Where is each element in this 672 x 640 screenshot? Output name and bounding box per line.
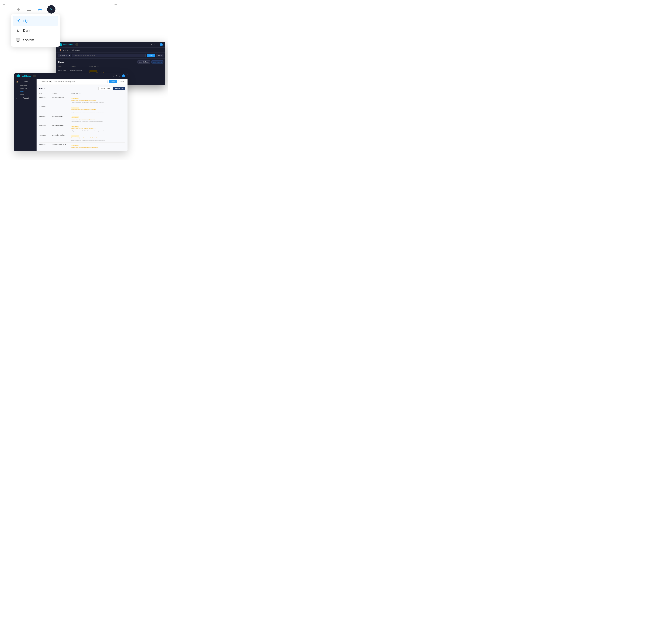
light-notice-link-2[interactable]: Defacement http://sad.cobiene.mil.pe/bac… xyxy=(71,109,126,110)
dark-home-icon: 🏠 xyxy=(59,49,61,51)
light-row-notice-2: defacement Defacement http://sad.cobiene… xyxy=(71,106,126,113)
corner-decoration-tr xyxy=(115,4,117,7)
table-row: Dec 07 2022 jae.cobiene.mil.pe defacemen… xyxy=(39,114,126,124)
light-notice-link-6[interactable]: Defacement http://catalogo.cobiene.mil.p… xyxy=(71,147,126,148)
svg-point-4 xyxy=(39,9,41,10)
dark-menu-icon[interactable]: ≡ xyxy=(154,43,155,46)
light-search-button[interactable]: Search xyxy=(109,80,117,83)
light-table-title: Hacks xyxy=(39,87,45,90)
dark-back-btn[interactable]: ‹ xyxy=(75,43,78,46)
theme-light-label: Light xyxy=(23,19,30,23)
theme-dark-label: Dark xyxy=(23,29,30,32)
dark-table-columns: Date Domain Hack Notice xyxy=(58,65,163,68)
dark-source-select[interactable]: Source: all xyxy=(58,54,71,57)
light-menu-icon[interactable]: ≡ xyxy=(116,75,117,77)
light-search-input[interactable] xyxy=(53,80,107,83)
dark-col-notice: Hack Notice xyxy=(89,66,163,67)
sidebar-item-hacks[interactable]: • Hacks xyxy=(17,90,36,92)
svg-line-12 xyxy=(39,11,39,11)
sidebar-subnav: • Dashboard • Awareness • Hacks • Leaks xyxy=(14,84,36,96)
svg-line-27 xyxy=(17,22,17,23)
bars-icon-btn[interactable] xyxy=(26,6,33,13)
light-row-domain-3: jae.cobiene.mil.pe xyxy=(52,116,71,122)
light-notice-link-5[interactable]: Defacement http://cmsts.cobiene.mil.pe/b… xyxy=(71,137,126,139)
svg-line-24 xyxy=(17,19,17,20)
light-hacknotice-logo: HackNotice xyxy=(17,74,31,77)
light-view-hackers-button[interactable]: View hackers xyxy=(113,87,126,90)
dark-table-title: Hacks xyxy=(58,61,64,63)
personal-icon: ◆ xyxy=(16,97,17,99)
light-notice-desc-4: Alleged defacement of website: http://ja… xyxy=(71,130,104,132)
dark-table-actions: Submit a hack View hackers xyxy=(137,60,163,63)
light-mode-screenshot: HackNotice ‹ ⤢ ≡ ☼ U 🏠 Home ∧ xyxy=(14,73,128,151)
light-row-date-5: Dec 07 2022 xyxy=(39,134,52,141)
theme-system-label: System xyxy=(23,38,34,42)
home-icon: 🏠 xyxy=(16,81,18,83)
sidebar-home-label: Home xyxy=(24,81,28,83)
sidebar-personal-label: Personal xyxy=(23,97,29,99)
dark-nav-home[interactable]: 🏠 Home ∨ xyxy=(58,48,69,52)
table-row: Dec 07 2022 catalogo.cobiene.mil.pe defa… xyxy=(39,143,126,149)
sidebar-item-personal[interactable]: ◆ Personal ∨ xyxy=(14,96,36,100)
light-notice-desc-5: Alleged defacement of website: http://cm… xyxy=(71,140,105,141)
light-row-date-2: Dec 07 2022 xyxy=(39,106,52,113)
svg-line-9 xyxy=(39,8,39,8)
dark-view-hackers-button[interactable]: View hackers xyxy=(151,60,163,63)
sidebar-item-leaks[interactable]: • Leaks xyxy=(17,92,36,96)
light-badge-4: defacement xyxy=(71,126,79,128)
light-table-columns: Date Domain Hack Notice xyxy=(39,92,126,95)
light-col-date: Date xyxy=(39,92,52,94)
light-submit-hack-button[interactable]: Submit a hack xyxy=(99,87,112,90)
light-reset-button[interactable]: Reset xyxy=(118,80,126,83)
light-row-notice-6: defacement Defacement http://catalogo.co… xyxy=(71,144,126,148)
dark-search-bar: Source: all Search Reset xyxy=(56,53,165,59)
svg-line-10 xyxy=(41,11,42,11)
light-row-notice-5: defacement Defacement http://cmsts.cobie… xyxy=(71,134,126,141)
table-row: Dec 07 2022 sad.cobiene.mil.pe defacemen… xyxy=(39,105,126,114)
light-user-avatar[interactable]: U xyxy=(122,74,125,77)
diamond-icon-btn[interactable] xyxy=(15,6,22,13)
theme-option-light[interactable]: Light xyxy=(13,16,58,26)
dark-app-header: HackNotice ‹ ⤢ ≡ ☽ U xyxy=(56,42,165,47)
dark-search-button[interactable]: Search xyxy=(147,54,155,57)
svg-point-14 xyxy=(50,8,51,9)
dark-submit-hack-button[interactable]: Submit a hack xyxy=(137,60,150,63)
dark-personal-icon: ◆ xyxy=(72,49,73,51)
light-notice-desc-2: Alleged defacement of website: http://sa… xyxy=(71,112,104,113)
light-app-header: HackNotice ‹ ⤢ ≡ ☼ U xyxy=(14,73,128,79)
svg-point-18 xyxy=(52,9,52,9)
theme-option-system[interactable]: System xyxy=(13,35,58,45)
moon-dark-icon-btn[interactable] xyxy=(47,5,56,14)
light-row-date-3: Dec 07 2022 xyxy=(39,116,52,122)
theme-option-dark[interactable]: Dark xyxy=(13,26,58,35)
dark-personal-label: Personal xyxy=(73,49,80,51)
light-back-btn[interactable]: ‹ xyxy=(33,75,36,77)
light-theme-icon[interactable]: ☼ xyxy=(119,75,121,77)
corner-decoration-bl xyxy=(3,148,5,151)
dark-reset-button[interactable]: Reset xyxy=(156,54,163,57)
light-row-notice-1: defacement Defacement http://saed.cobien… xyxy=(71,97,126,104)
light-table-actions: Submit a hack View hackers xyxy=(99,87,126,90)
light-notice-desc-1: Alleged defacement of website: http://sa… xyxy=(71,102,104,103)
sun-icon xyxy=(15,18,21,24)
sun-icon-btn[interactable] xyxy=(36,6,44,13)
svg-rect-3 xyxy=(27,10,31,11)
light-row-notice-3: defacement Defacement http://jae.cobiene… xyxy=(71,116,126,122)
light-expand-icon[interactable]: ⤢ xyxy=(113,75,115,77)
sidebar-item-home[interactable]: 🏠 Home ∧ xyxy=(14,80,36,84)
light-notice-link-4[interactable]: Defacement http://jaec.cobiene.mil.pe/ba… xyxy=(71,128,126,129)
sidebar-item-dashboard[interactable]: • Dashboard xyxy=(17,84,36,87)
dark-search-input[interactable] xyxy=(72,54,146,57)
dark-user-avatar[interactable]: U xyxy=(160,43,163,46)
svg-point-17 xyxy=(51,9,51,9)
dark-nav-personal[interactable]: ◆ Personal ∨ xyxy=(70,48,83,52)
light-notice-link-1[interactable]: Defacement http://saed.cobiene.mil.pe/ba… xyxy=(71,100,126,101)
light-source-select[interactable]: Source: all xyxy=(39,80,52,83)
dark-theme-icon[interactable]: ☽ xyxy=(157,43,158,46)
light-notice-link-3[interactable]: Defacement http://jae.cobiene.mil.pe/bac… xyxy=(71,118,126,120)
dark-nav-bar: 🏠 Home ∨ ◆ Personal ∨ xyxy=(56,47,165,53)
light-table-section: Hacks Submit a hack View hackers Date Do… xyxy=(36,85,128,151)
dark-expand-icon[interactable]: ⤢ xyxy=(150,43,152,46)
light-row-date-6: Dec 07 2022 xyxy=(39,144,52,148)
sidebar-item-awareness[interactable]: • Awareness xyxy=(17,87,36,90)
